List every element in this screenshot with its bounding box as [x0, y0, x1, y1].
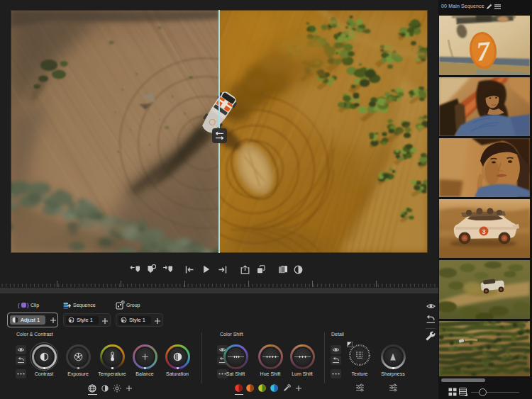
- svg-text:4: 4: [122, 300, 124, 305]
